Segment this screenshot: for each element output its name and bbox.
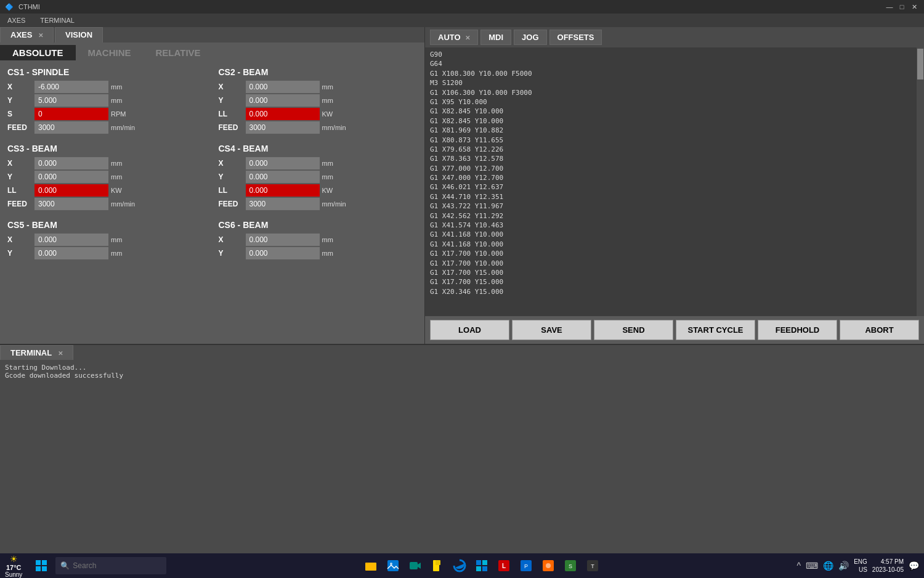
gcode-line: G64	[430, 59, 912, 68]
cs4-grid: X 0.000 mm Y 0.000 mm LL 0.000 KW FEED 3…	[219, 157, 418, 210]
coord-machine[interactable]: MACHINE	[76, 45, 144, 60]
terminal-line-1: Starting Download...	[5, 364, 919, 372]
menu-axes[interactable]: AXES	[5, 15, 28, 25]
gcode-line: G1 X79.658 Y12.226	[430, 145, 912, 154]
minimize-button[interactable]: —	[885, 2, 894, 12]
cs2-y-unit: mm	[322, 97, 359, 104]
cs4-feed-value[interactable]: 3000	[246, 198, 320, 210]
menu-terminal[interactable]: TERMINAL	[38, 15, 77, 25]
close-button[interactable]: ✕	[909, 2, 919, 12]
tab-axes-close[interactable]: ✕	[38, 32, 43, 39]
feedhold-button[interactable]: FEEDHOLD	[758, 320, 837, 340]
cs5-x-unit: mm	[111, 236, 148, 243]
tab-auto[interactable]: AUTO ✕	[430, 30, 478, 45]
tab-terminal[interactable]: TERMINAL ✕	[0, 345, 73, 360]
cs5-x-value[interactable]: 0.000	[34, 234, 108, 246]
cs1-title: CS1 - SPINDLE	[7, 67, 206, 77]
cs6-grid: X 0.000 mm Y 0.000 mm	[219, 234, 418, 259]
notification-icon[interactable]: 💬	[909, 561, 919, 571]
coord-absolute[interactable]: ABSOLUTE	[0, 45, 76, 60]
cs1-x-value[interactable]: -6.000	[34, 81, 108, 93]
cs3-feed-value[interactable]: 3000	[34, 198, 108, 210]
cs2-grid: X 0.000 mm Y 0.000 mm LL 0.000 KW FEED 3…	[219, 81, 418, 134]
taskbar-app5[interactable]: T	[583, 556, 602, 575]
gcode-line: G1 X82.845 Y10.000	[430, 107, 912, 116]
cs6-y-label: Y	[219, 249, 243, 258]
clock-widget[interactable]: ENG US	[854, 558, 867, 574]
cs2-x-value[interactable]: 0.000	[246, 81, 320, 93]
tray-volume[interactable]: 🔊	[838, 561, 849, 571]
cs4-ll-unit: KW	[322, 187, 359, 194]
cs1-feed-value[interactable]: 3000	[34, 121, 108, 134]
taskbar-app2[interactable]: P	[517, 556, 535, 575]
cs4-title: CS4 - BEAM	[219, 144, 418, 153]
cs3-y-value[interactable]: 0.000	[34, 171, 108, 183]
svg-point-20	[546, 563, 551, 568]
taskbar-app3[interactable]	[539, 556, 557, 575]
svg-marker-8	[418, 563, 421, 569]
tab-mdi[interactable]: MDI	[480, 30, 511, 45]
tab-jog[interactable]: JOG	[514, 30, 546, 45]
cs1-y-label: Y	[7, 96, 32, 105]
svg-rect-3	[42, 566, 47, 571]
cs1-grid: X -6.000 mm Y 5.000 mm S 0 RPM FEED 3000…	[7, 81, 206, 134]
gcode-scrollbar[interactable]	[917, 47, 924, 316]
cs2-feed-label: FEED	[219, 123, 243, 132]
tab-auto-close[interactable]: ✕	[465, 35, 470, 41]
maximize-button[interactable]: □	[897, 2, 907, 12]
svg-text:P: P	[524, 563, 528, 569]
cs3-x-unit: mm	[111, 160, 148, 167]
cs2-y-value[interactable]: 0.000	[246, 94, 320, 107]
search-input[interactable]	[55, 557, 166, 574]
gcode-line: G1 X82.845 Y10.000	[430, 116, 912, 126]
cs4-y-value[interactable]: 0.000	[246, 171, 320, 183]
tray-network[interactable]: 🌐	[823, 561, 833, 571]
tray-keyboard[interactable]: ⌨	[806, 561, 818, 571]
load-button[interactable]: LOAD	[430, 320, 509, 340]
cs2-ll-value[interactable]: 0.000	[246, 108, 320, 120]
cs3-ll-value[interactable]: 0.000	[34, 184, 108, 197]
taskbar-store[interactable]	[472, 556, 491, 575]
cs2-feed-value[interactable]: 3000	[246, 121, 320, 134]
tab-offsets[interactable]: OFFSETS	[549, 30, 602, 45]
cs-row-1: CS1 - SPINDLE X -6.000 mm Y 5.000 mm S 0…	[7, 67, 417, 144]
main-content: AXES ✕ VISION ABSOLUTE MACHINE RELATIVE …	[0, 27, 924, 344]
cs5-section: CS5 - BEAM X 0.000 mm Y 0.000 mm	[7, 220, 206, 259]
taskbar-explorer[interactable]	[362, 556, 380, 575]
cs3-feed-unit: mm/min	[111, 200, 148, 208]
gcode-line: G1 X46.021 Y12.637	[430, 182, 912, 192]
cs4-ll-value[interactable]: 0.000	[246, 184, 320, 197]
cs6-x-value[interactable]: 0.000	[246, 234, 320, 246]
tray-icon-caret[interactable]: ^	[797, 561, 801, 571]
start-cycle-button[interactable]: START CYCLE	[676, 320, 755, 340]
taskbar-edge[interactable]	[450, 556, 469, 575]
cs4-x-value[interactable]: 0.000	[246, 157, 320, 169]
taskbar-photos[interactable]	[384, 556, 402, 575]
cs5-y-value[interactable]: 0.000	[34, 247, 108, 259]
red-app-icon: L	[497, 559, 511, 572]
taskbar-app4[interactable]: S	[561, 556, 580, 575]
send-button[interactable]: SEND	[594, 320, 673, 340]
abort-button[interactable]: ABORT	[840, 320, 919, 340]
taskbar-app1[interactable]: L	[495, 556, 513, 575]
action-buttons: LOAD SAVE SEND START CYCLE FEEDHOLD ABOR…	[425, 316, 924, 344]
weather-widget: ☀ 17°C Sunny	[5, 554, 22, 578]
tab-terminal-close[interactable]: ✕	[58, 350, 63, 357]
cs1-y-value[interactable]: 5.000	[34, 94, 108, 107]
tab-vision[interactable]: VISION	[55, 27, 103, 43]
start-button[interactable]	[32, 556, 51, 575]
taskbar-meet[interactable]	[406, 556, 424, 575]
windows-icon	[35, 560, 47, 572]
taskbar-files[interactable]	[428, 556, 447, 575]
coord-relative[interactable]: RELATIVE	[144, 45, 213, 60]
datetime-widget: 4:57 PM 2023-10-05	[872, 558, 904, 574]
cs1-s-value[interactable]: 0	[34, 108, 108, 120]
cs5-grid: X 0.000 mm Y 0.000 mm	[7, 234, 206, 259]
svg-rect-13	[476, 566, 481, 571]
cs3-x-value[interactable]: 0.000	[34, 157, 108, 169]
tab-axes[interactable]: AXES ✕	[0, 27, 54, 43]
cs6-y-value[interactable]: 0.000	[246, 247, 320, 259]
scrollbar-thumb[interactable]	[917, 49, 923, 79]
save-button[interactable]: SAVE	[512, 320, 591, 340]
cs5-x-label: X	[7, 235, 32, 244]
